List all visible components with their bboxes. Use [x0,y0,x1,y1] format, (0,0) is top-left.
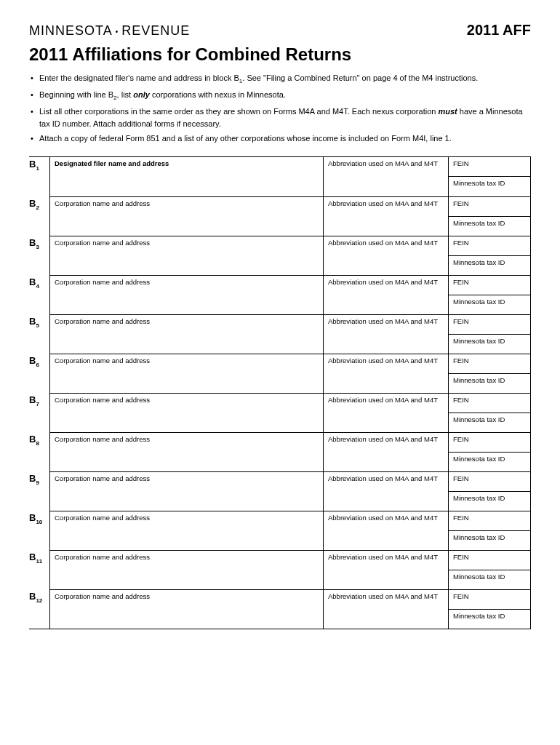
corporation-field[interactable]: Corporation name and address [50,276,324,314]
table-row: B10Corporation name and addressAbbreviat… [29,511,531,550]
fein-field[interactable]: FEIN [449,197,530,217]
mn-tax-id-field[interactable]: Minnesota tax ID [449,453,530,471]
id-fields: FEINMinnesota tax ID [449,433,530,471]
corporation-field[interactable]: Corporation name and address [50,354,324,393]
row-body: Corporation name and addressAbbreviation… [49,589,531,629]
abbreviation-field[interactable]: Abbreviation used on M4A and M4T [324,315,449,354]
id-fields: FEINMinnesota tax ID [449,276,530,314]
corporation-field[interactable]: Corporation name and address [50,197,324,236]
page-header: MINNESOTA•REVENUE 2011 AFF [29,22,531,39]
corporation-field[interactable]: Corporation name and address [50,433,324,471]
row-label: B1 [29,157,49,196]
instruction-item: Enter the designated filer's name and ad… [29,72,531,86]
id-fields: FEINMinnesota tax ID [449,511,530,550]
corporation-field[interactable]: Corporation name and address [50,511,324,550]
abbreviation-field[interactable]: Abbreviation used on M4A and M4T [324,157,449,196]
table-row: B12Corporation name and addressAbbreviat… [29,589,531,629]
mn-tax-id-field[interactable]: Minnesota tax ID [449,295,530,314]
affiliations-table: B1Designated filer name and addressAbbre… [29,156,531,629]
id-fields: FEINMinnesota tax ID [449,197,530,236]
row-label: B6 [29,354,49,393]
instruction-item: Beginning with line B2, list only corpor… [29,89,531,103]
fein-field[interactable]: FEIN [449,394,530,413]
id-fields: FEINMinnesota tax ID [449,354,530,393]
abbreviation-field[interactable]: Abbreviation used on M4A and M4T [324,394,449,432]
abbreviation-field[interactable]: Abbreviation used on M4A and M4T [324,354,449,393]
abbreviation-field[interactable]: Abbreviation used on M4A and M4T [324,236,449,275]
id-fields: FEINMinnesota tax ID [449,236,530,275]
mn-tax-id-field[interactable]: Minnesota tax ID [449,335,530,354]
id-fields: FEINMinnesota tax ID [449,315,530,354]
table-row: B11Corporation name and addressAbbreviat… [29,550,531,589]
mn-tax-id-field[interactable]: Minnesota tax ID [449,374,530,393]
fein-field[interactable]: FEIN [449,315,530,335]
row-label: B11 [29,550,49,589]
table-row: B1Designated filer name and addressAbbre… [29,157,531,196]
table-row: B7Corporation name and addressAbbreviati… [29,393,531,432]
row-label: B12 [29,589,49,629]
id-fields: FEINMinnesota tax ID [449,157,530,196]
abbreviation-field[interactable]: Abbreviation used on M4A and M4T [324,551,449,589]
fein-field[interactable]: FEIN [449,551,530,570]
abbreviation-field[interactable]: Abbreviation used on M4A and M4T [324,590,449,629]
id-fields: FEINMinnesota tax ID [449,394,530,432]
designated-filer-field[interactable]: Designated filer name and address [50,157,324,196]
fein-field[interactable]: FEIN [449,276,530,295]
table-row: B9Corporation name and addressAbbreviati… [29,471,531,511]
agency-separator: • [116,28,119,36]
mn-tax-id-field[interactable]: Minnesota tax ID [449,413,530,432]
corporation-field[interactable]: Corporation name and address [50,590,324,629]
table-row: B3Corporation name and addressAbbreviati… [29,236,531,275]
row-body: Corporation name and addressAbbreviation… [49,354,531,393]
page-title: 2011 Affiliations for Combined Returns [29,44,531,65]
row-body: Designated filer name and addressAbbrevi… [49,157,531,196]
row-label: B2 [29,196,49,236]
corporation-field[interactable]: Corporation name and address [50,236,324,275]
mn-tax-id-field[interactable]: Minnesota tax ID [449,217,530,236]
table-row: B5Corporation name and addressAbbreviati… [29,314,531,354]
table-row: B4Corporation name and addressAbbreviati… [29,275,531,314]
fein-field[interactable]: FEIN [449,472,530,492]
fein-field[interactable]: FEIN [449,511,530,531]
row-label: B5 [29,314,49,354]
row-label: B8 [29,432,49,471]
abbreviation-field[interactable]: Abbreviation used on M4A and M4T [324,511,449,550]
fein-field[interactable]: FEIN [449,590,530,610]
abbreviation-field[interactable]: Abbreviation used on M4A and M4T [324,197,449,236]
abbreviation-field[interactable]: Abbreviation used on M4A and M4T [324,276,449,314]
corporation-field[interactable]: Corporation name and address [50,551,324,589]
fein-field[interactable]: FEIN [449,354,530,374]
row-body: Corporation name and addressAbbreviation… [49,511,531,550]
row-label: B9 [29,471,49,511]
corporation-field[interactable]: Corporation name and address [50,315,324,354]
table-row: B8Corporation name and addressAbbreviati… [29,432,531,471]
row-body: Corporation name and addressAbbreviation… [49,196,531,236]
instruction-item: List all other corporations in the same … [29,105,531,130]
fein-field[interactable]: FEIN [449,157,530,178]
instructions-list: Enter the designated filer's name and ad… [29,72,531,145]
mn-tax-id-field[interactable]: Minnesota tax ID [449,256,530,275]
agency-left: MINNESOTA [29,23,113,38]
table-row: B6Corporation name and addressAbbreviati… [29,354,531,393]
corporation-field[interactable]: Corporation name and address [50,472,324,511]
corporation-field[interactable]: Corporation name and address [50,394,324,432]
abbreviation-field[interactable]: Abbreviation used on M4A and M4T [324,472,449,511]
agency-name: MINNESOTA•REVENUE [29,23,190,39]
mn-tax-id-field[interactable]: Minnesota tax ID [449,570,530,589]
agency-right: REVENUE [121,23,190,38]
row-label: B10 [29,511,49,550]
fein-field[interactable]: FEIN [449,433,530,453]
id-fields: FEINMinnesota tax ID [449,551,530,589]
mn-tax-id-field[interactable]: Minnesota tax ID [449,177,530,196]
mn-tax-id-field[interactable]: Minnesota tax ID [449,610,530,629]
row-body: Corporation name and addressAbbreviation… [49,471,531,511]
mn-tax-id-field[interactable]: Minnesota tax ID [449,531,530,550]
row-label: B7 [29,393,49,432]
table-row: B2Corporation name and addressAbbreviati… [29,196,531,236]
fein-field[interactable]: FEIN [449,236,530,256]
mn-tax-id-field[interactable]: Minnesota tax ID [449,492,530,511]
row-label: B3 [29,236,49,275]
abbreviation-field[interactable]: Abbreviation used on M4A and M4T [324,433,449,471]
row-label: B4 [29,275,49,314]
row-body: Corporation name and addressAbbreviation… [49,314,531,354]
